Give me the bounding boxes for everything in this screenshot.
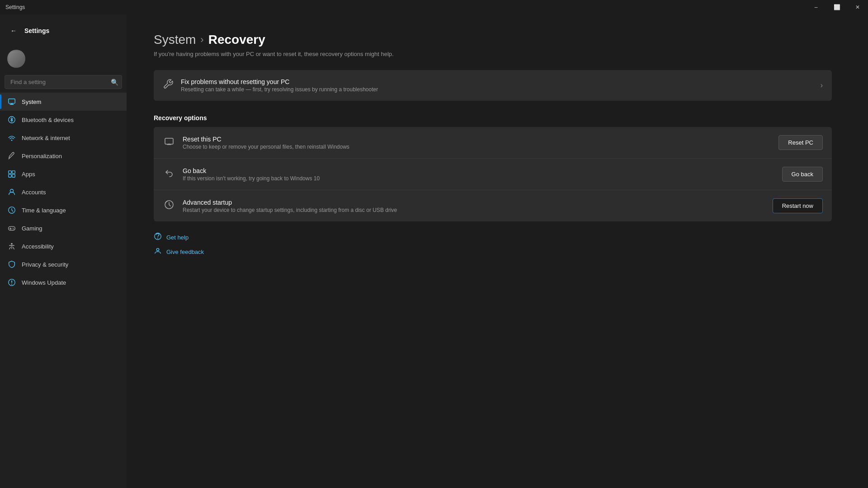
breadcrumb-page: Recovery: [208, 33, 265, 47]
sidebar-item-bluetooth[interactable]: Bluetooth & devices: [0, 111, 127, 129]
give-feedback-link[interactable]: Give feedback: [154, 247, 832, 257]
sidebar-item-personalization[interactable]: Personalization: [0, 147, 127, 165]
fix-problems-card[interactable]: Fix problems without resetting your PC R…: [154, 70, 832, 101]
sidebar-item-time-label: Time & language: [22, 207, 66, 214]
apps-icon: [7, 169, 16, 178]
bluetooth-icon: [7, 115, 16, 124]
give-feedback-label: Give feedback: [166, 249, 204, 255]
fix-problems-text: Fix problems without resetting your PC R…: [181, 78, 813, 93]
svg-rect-5: [9, 171, 11, 174]
sidebar-item-windows-update[interactable]: Windows Update: [0, 273, 127, 291]
svg-point-20: [156, 249, 159, 251]
sidebar-item-update-label: Windows Update: [22, 279, 66, 286]
give-feedback-icon: [154, 247, 162, 257]
sidebar-item-accounts-label: Accounts: [22, 189, 46, 196]
sidebar-app-title: Settings: [24, 27, 49, 34]
reset-pc-title: Reset this PC: [183, 136, 771, 143]
recovery-options-title: Recovery options: [154, 114, 832, 122]
fix-problems-icon: [163, 79, 174, 92]
svg-rect-6: [12, 171, 15, 174]
content-area: System › Recovery If you're having probl…: [127, 14, 868, 488]
gaming-icon: [7, 224, 16, 233]
advanced-startup-icon: [163, 199, 175, 213]
search-icon: 🔍: [111, 79, 118, 86]
minimize-button[interactable]: –: [806, 0, 826, 14]
user-section: [0, 46, 127, 75]
back-icon: ←: [10, 27, 17, 34]
svg-rect-7: [9, 174, 11, 177]
svg-point-12: [13, 228, 14, 229]
chevron-right-icon: ›: [821, 81, 823, 89]
option-advanced-startup: Advanced startup Restart your device to …: [154, 190, 832, 221]
maximize-button[interactable]: ⬜: [826, 0, 847, 14]
reset-pc-button[interactable]: Reset PC: [778, 135, 823, 150]
help-links: Get help Give feedback: [154, 232, 832, 257]
breadcrumb-system: System: [154, 33, 196, 47]
sidebar-item-gaming-label: Gaming: [22, 225, 42, 232]
sidebar-item-system[interactable]: System: [0, 93, 127, 111]
sidebar-item-accessibility-label: Accessibility: [22, 243, 54, 250]
avatar-image: [7, 50, 25, 68]
get-help-icon: [154, 232, 162, 242]
restart-arrow-annotation: [741, 219, 796, 221]
avatar: [7, 50, 25, 68]
sidebar-item-accessibility[interactable]: Accessibility: [0, 237, 127, 255]
sidebar-item-gaming[interactable]: Gaming: [0, 219, 127, 237]
personalization-icon: [7, 151, 16, 160]
sidebar-item-apps-label: Apps: [22, 171, 35, 178]
sidebar-item-privacy[interactable]: Privacy & security: [0, 255, 127, 273]
sidebar-item-apps[interactable]: Apps: [0, 165, 127, 183]
svg-rect-16: [165, 138, 173, 144]
sidebar-item-accounts[interactable]: Accounts: [0, 183, 127, 201]
sidebar: ← Settings 🔍 System: [0, 14, 127, 488]
sidebar-item-network-label: Network & internet: [22, 135, 70, 141]
accessibility-icon: [7, 242, 16, 251]
privacy-icon: [7, 260, 16, 269]
search-input[interactable]: [5, 75, 122, 89]
back-button[interactable]: ←: [7, 24, 20, 37]
accounts-icon: [7, 188, 16, 197]
option-reset-pc: Reset this PC Choose to keep or remove y…: [154, 127, 832, 159]
get-help-link[interactable]: Get help: [154, 232, 832, 242]
fix-problems-desc: Resetting can take a while — first, try …: [181, 86, 813, 93]
breadcrumb: System › Recovery: [154, 33, 832, 47]
advanced-startup-text: Advanced startup Restart your device to …: [183, 199, 765, 213]
reset-pc-text: Reset this PC Choose to keep or remove y…: [183, 136, 771, 150]
svg-point-4: [11, 140, 13, 141]
get-help-label: Get help: [166, 234, 189, 241]
close-button[interactable]: ✕: [847, 0, 868, 14]
go-back-desc: If this version isn't working, try going…: [183, 175, 775, 182]
fix-problems-title: Fix problems without resetting your PC: [181, 78, 813, 85]
sidebar-item-personalization-label: Personalization: [22, 153, 62, 160]
time-icon: [7, 206, 16, 215]
breadcrumb-separator: ›: [200, 34, 203, 46]
svg-rect-0: [9, 99, 15, 103]
main-window: ← Settings 🔍 System: [0, 14, 868, 488]
sidebar-header: ← Settings: [0, 20, 127, 46]
titlebar: Settings – ⬜ ✕: [0, 0, 868, 14]
sidebar-item-time[interactable]: Time & language: [0, 201, 127, 219]
recovery-options-list: Reset this PC Choose to keep or remove y…: [154, 127, 832, 221]
option-go-back: Go back If this version isn't working, t…: [154, 159, 832, 190]
go-back-title: Go back: [183, 167, 775, 174]
window-controls: – ⬜ ✕: [806, 0, 868, 14]
go-back-text: Go back If this version isn't working, t…: [183, 167, 775, 182]
sidebar-item-network[interactable]: Network & internet: [0, 129, 127, 147]
go-back-icon: [163, 168, 175, 181]
restart-now-button[interactable]: Restart now: [773, 198, 823, 213]
system-icon: [7, 97, 16, 106]
sidebar-item-privacy-label: Privacy & security: [22, 261, 68, 268]
svg-point-13: [14, 229, 14, 230]
go-back-button[interactable]: Go back: [782, 167, 823, 182]
search-box: 🔍: [5, 75, 122, 89]
advanced-startup-title: Advanced startup: [183, 199, 765, 206]
sidebar-item-system-label: System: [22, 99, 41, 105]
reset-pc-icon: [163, 136, 175, 150]
page-description: If you're having problems with your PC o…: [154, 51, 832, 57]
reset-pc-desc: Choose to keep or remove your personal f…: [183, 144, 771, 150]
sidebar-item-bluetooth-label: Bluetooth & devices: [22, 117, 74, 123]
network-icon: [7, 133, 16, 142]
svg-rect-11: [9, 226, 15, 230]
svg-rect-8: [12, 174, 15, 177]
svg-point-14: [11, 243, 13, 245]
